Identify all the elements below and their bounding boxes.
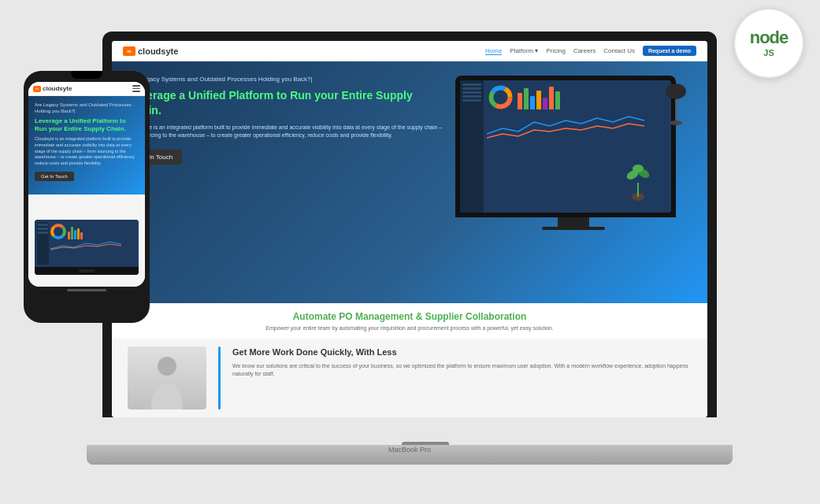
- macbook-base: MacBook Pro: [87, 445, 733, 465]
- sidebar-item-5: [462, 99, 481, 102]
- phone-monitor-stand-area: [35, 267, 139, 276]
- phone-monitor-content: [49, 222, 136, 265]
- section3-desc: We know our solutions are critical to th…: [232, 362, 692, 378]
- phone-bar-1: [68, 232, 70, 239]
- section3-text: Get More Work Done Quickly, With Less We…: [232, 346, 692, 378]
- phone-body: m cloudsyte Are Legacy Systems and Outda…: [24, 71, 150, 323]
- nav-link-pricing[interactable]: Pricing: [546, 47, 565, 54]
- phone-logo: m cloudsyte: [33, 85, 72, 92]
- phone-monitor-preview: [35, 220, 139, 275]
- hero-description: Cloudsyte is an integrated platform buil…: [128, 124, 443, 140]
- phone-hero-subtitle: Are Legacy Systems and Outdated Processe…: [35, 102, 139, 115]
- phone-donut-chart: [50, 224, 66, 239]
- nodejs-logo-subtext: JS: [763, 48, 774, 57]
- chart-bar-5: [543, 98, 547, 109]
- phone-logo-icon: m: [33, 86, 41, 92]
- smartphone-device: m cloudsyte Are Legacy Systems and Outda…: [24, 71, 165, 354]
- hero-subtitle: Are Legacy Systems and Outdated Processe…: [128, 76, 443, 83]
- phone-bar-4: [77, 228, 80, 239]
- person-svg: [143, 346, 191, 410]
- hamburger-line-3: [132, 91, 140, 92]
- phone-bar-2: [71, 227, 73, 239]
- logo-icon: m: [123, 46, 135, 56]
- donut-chart: [487, 83, 514, 111]
- monitor-stand: [558, 217, 589, 227]
- logo-text: cloudsyte: [138, 46, 178, 56]
- svg-point-6: [670, 120, 682, 125]
- hero-title: Leverage a Unified Platform to Run your …: [128, 88, 443, 117]
- hero-left-content: Are Legacy Systems and Outdated Processe…: [128, 76, 443, 165]
- section2-title: Automate PO Management & Supplier Collab…: [128, 311, 692, 322]
- phone-hero-description: Cloudsyte is an integrated platform buil…: [35, 136, 139, 166]
- nav-logo: m cloudsyte: [123, 46, 178, 56]
- macbook-device: m cloudsyte Home Platform ▾ Pricing Care…: [102, 32, 748, 472]
- phone-monitor-foot: [79, 269, 95, 272]
- phone-home-bar: [67, 289, 106, 291]
- lamp-decoration: [664, 80, 688, 131]
- plant-decoration: [625, 159, 652, 202]
- macbook-label: MacBook Pro: [388, 446, 431, 454]
- macbook-bezel: m cloudsyte Home Platform ▾ Pricing Care…: [102, 32, 717, 417]
- phone-logo-text: cloudsyte: [43, 85, 72, 92]
- nodejs-badge: node JS: [733, 8, 804, 79]
- section-work: Get More Work Done Quickly, With Less We…: [112, 339, 707, 417]
- svg-point-11: [633, 165, 644, 172]
- line-chart: [487, 114, 668, 142]
- sidebar-item-4: [462, 95, 481, 98]
- phone-monitor-sidebar: [37, 222, 49, 265]
- monitor-sidebar: [460, 80, 484, 213]
- phone-hamburger-menu[interactable]: [132, 85, 140, 92]
- phone-website-content: m cloudsyte Are Legacy Systems and Outda…: [28, 82, 145, 287]
- phone-sidebar-item-2: [38, 228, 48, 230]
- sidebar-item-1: [462, 83, 481, 86]
- phone-preview-section: [28, 195, 145, 287]
- section-automation: Automate PO Management & Supplier Collab…: [112, 303, 707, 339]
- hero-section: Are Legacy Systems and Outdated Processe…: [112, 61, 707, 303]
- phone-hero-section: Are Legacy Systems and Outdated Processe…: [28, 96, 145, 195]
- chart-bar-3: [530, 96, 535, 109]
- website-nav: m cloudsyte Home Platform ▾ Pricing Care…: [112, 41, 707, 61]
- section3-title: Get More Work Done Quickly, With Less: [232, 346, 692, 358]
- phone-bar-3: [74, 230, 76, 239]
- phone-hero-title: Leverage a Unified Platform to Run your …: [35, 117, 139, 134]
- section2-desc: Empower your entire team by automating y…: [128, 325, 692, 331]
- phone-nav: m cloudsyte: [28, 82, 145, 96]
- nav-cta-button[interactable]: Request a demo: [643, 46, 696, 56]
- phone-sidebar-item-1: [38, 224, 48, 226]
- chart-bar-6: [549, 87, 554, 109]
- nav-link-careers[interactable]: Careers: [573, 47, 596, 54]
- nav-link-home[interactable]: Home: [485, 47, 502, 55]
- section3-image: [128, 346, 206, 410]
- phone-cta-button[interactable]: Get In Touch: [35, 172, 74, 181]
- chart-bar-1: [518, 93, 522, 109]
- chart-bar-4: [536, 91, 541, 109]
- phone-sidebar-item-3: [38, 232, 48, 234]
- phone-notch: [71, 71, 102, 79]
- accent-bar: [218, 346, 221, 410]
- nav-link-platform[interactable]: Platform ▾: [510, 47, 538, 54]
- nav-link-contact[interactable]: Contact Us: [603, 47, 635, 54]
- hamburger-line-1: [132, 85, 140, 87]
- svg-point-12: [158, 357, 176, 376]
- website-content: m cloudsyte Home Platform ▾ Pricing Care…: [112, 41, 707, 417]
- phone-monitor-screen: [35, 220, 139, 267]
- phone-line-chart: [50, 239, 135, 251]
- phone-bar-5: [80, 232, 83, 239]
- macbook-screen: m cloudsyte Home Platform ▾ Pricing Care…: [112, 41, 707, 417]
- phone-screen: m cloudsyte Are Legacy Systems and Outda…: [28, 82, 145, 287]
- hero-right-content: [455, 76, 692, 230]
- person-silhouette: [128, 346, 206, 410]
- main-scene: node JS m cloudsyte Home Platform ▾: [0, 0, 820, 504]
- chart-bar-7: [555, 91, 560, 109]
- sidebar-item-2: [462, 87, 481, 90]
- svg-point-4: [666, 83, 686, 99]
- nodejs-logo-text: node: [750, 29, 788, 46]
- sidebar-item-3: [462, 91, 481, 94]
- chart-bar-2: [524, 88, 529, 109]
- hamburger-line-2: [132, 88, 140, 90]
- monitor-foot: [542, 227, 605, 230]
- nav-links: Home Platform ▾ Pricing Careers Contact …: [485, 46, 696, 56]
- phone-bar-chart: [68, 224, 83, 239]
